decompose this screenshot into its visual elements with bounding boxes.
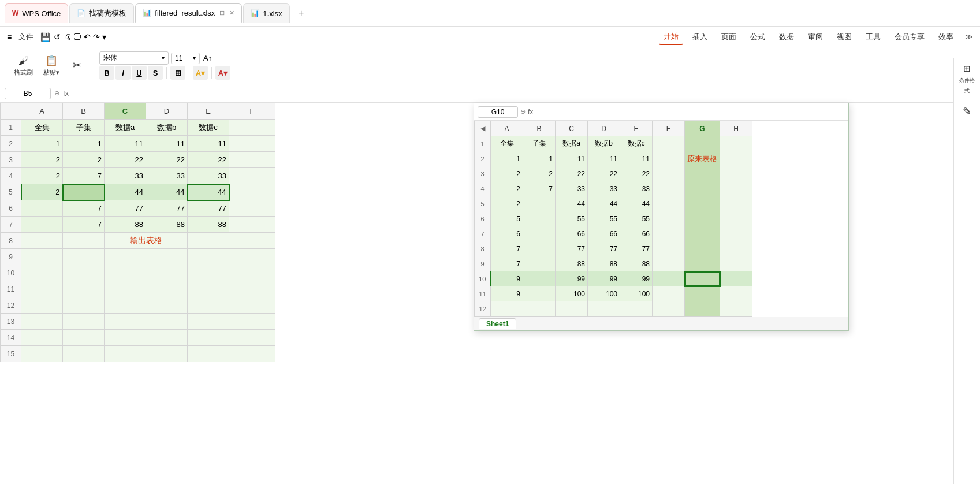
- r-b12[interactable]: [523, 301, 556, 317]
- cell-a7[interactable]: [21, 217, 63, 233]
- r-d12[interactable]: [588, 301, 620, 317]
- menu-vip[interactable]: 会员专享: [890, 29, 929, 44]
- right-col-g[interactable]: G: [685, 121, 720, 136]
- r-h12[interactable]: [720, 301, 752, 317]
- r-h1[interactable]: [720, 136, 752, 151]
- conditional-format-icon[interactable]: ⊞条件格式: [956, 62, 978, 96]
- tab-wps[interactable]: W WPS Office: [5, 3, 68, 23]
- r-g1[interactable]: [685, 136, 720, 151]
- r-c2[interactable]: 11: [556, 151, 588, 166]
- r-f7[interactable]: [653, 226, 685, 241]
- right-col-h[interactable]: H: [720, 121, 752, 136]
- r-b10[interactable]: [523, 271, 556, 286]
- r-d11[interactable]: 100: [588, 286, 620, 301]
- tab-1xlsx[interactable]: 📊 1.xlsx: [243, 3, 289, 23]
- file-menu[interactable]: 文件: [14, 29, 38, 44]
- r-d8[interactable]: 77: [588, 241, 620, 256]
- r-a5[interactable]: 2: [491, 196, 523, 211]
- col-header-a[interactable]: A: [21, 103, 63, 120]
- border-button[interactable]: ⊞: [170, 66, 185, 80]
- r-g8[interactable]: [685, 241, 720, 256]
- right-formula-input[interactable]: [535, 108, 845, 116]
- r-a2[interactable]: 1: [491, 151, 523, 166]
- r-c7[interactable]: 66: [556, 226, 588, 241]
- cell-f5[interactable]: [229, 184, 275, 200]
- r-c1[interactable]: 数据a: [556, 136, 588, 151]
- r-g9[interactable]: [685, 256, 720, 271]
- cell-d7[interactable]: 88: [146, 217, 188, 233]
- r-e12[interactable]: [620, 301, 653, 317]
- r-h7[interactable]: [720, 226, 752, 241]
- cell-c6[interactable]: 77: [105, 200, 146, 217]
- r-e6[interactable]: 55: [620, 211, 653, 226]
- font-color-button[interactable]: A▾: [215, 66, 230, 80]
- r-d4[interactable]: 33: [588, 181, 620, 196]
- r-d2[interactable]: 11: [588, 151, 620, 166]
- r-c4[interactable]: 33: [556, 181, 588, 196]
- cell-c3[interactable]: 22: [105, 152, 146, 168]
- cell-f2[interactable]: [229, 136, 275, 152]
- r-c8[interactable]: 77: [556, 241, 588, 256]
- r-h6[interactable]: [720, 211, 752, 226]
- cell-c7[interactable]: 88: [105, 217, 146, 233]
- undo2-icon[interactable]: ↶: [84, 32, 91, 42]
- r-c3[interactable]: 22: [556, 166, 588, 181]
- menu-page[interactable]: 页面: [717, 29, 741, 44]
- r-e11[interactable]: 100: [620, 286, 653, 301]
- cell-d1[interactable]: 数据b: [146, 120, 188, 136]
- font-family-selector[interactable]: 宋体 ▾: [99, 51, 169, 65]
- r-d1[interactable]: 数据b: [588, 136, 620, 151]
- right-col-d[interactable]: D: [588, 121, 620, 136]
- r-a9[interactable]: 7: [491, 256, 523, 271]
- menu-tools[interactable]: 工具: [861, 29, 885, 44]
- r-g5[interactable]: [685, 196, 720, 211]
- r-a11[interactable]: 9: [491, 286, 523, 301]
- r-f4[interactable]: [653, 181, 685, 196]
- r-a6[interactable]: 5: [491, 211, 523, 226]
- col-header-c[interactable]: C: [105, 103, 146, 120]
- bold-button[interactable]: B: [99, 66, 114, 80]
- right-col-f[interactable]: F: [653, 121, 685, 136]
- r-g12[interactable]: [685, 301, 720, 317]
- cell-a5[interactable]: 2: [21, 184, 63, 200]
- more-icon[interactable]: ▾: [102, 32, 106, 42]
- cell-b1[interactable]: 子集: [63, 120, 105, 136]
- r-a3[interactable]: 2: [491, 166, 523, 181]
- r-f1[interactable]: [653, 136, 685, 151]
- cell-d3[interactable]: 22: [146, 152, 188, 168]
- r-a12[interactable]: [491, 301, 523, 317]
- right-col-c[interactable]: C: [556, 121, 588, 136]
- highlight-button[interactable]: A▾: [193, 66, 208, 80]
- italic-button[interactable]: I: [115, 66, 131, 80]
- r-e4[interactable]: 33: [620, 181, 653, 196]
- cell-b2[interactable]: 1: [63, 136, 105, 152]
- undo-icon[interactable]: ↺: [54, 32, 61, 42]
- cell-e7[interactable]: 88: [188, 217, 229, 233]
- cut-button[interactable]: ✂: [66, 57, 87, 75]
- right-grid-wrapper[interactable]: ◀ A B C D E F G H 1 全集: [474, 121, 848, 317]
- cell-b4[interactable]: 7: [63, 168, 105, 184]
- cell-b7[interactable]: 7: [63, 217, 105, 233]
- r-e7[interactable]: 66: [620, 226, 653, 241]
- r-a10[interactable]: 9: [491, 271, 523, 286]
- r-c9[interactable]: 88: [556, 256, 588, 271]
- r-f9[interactable]: [653, 256, 685, 271]
- r-g6[interactable]: [685, 211, 720, 226]
- r-h3[interactable]: [720, 166, 752, 181]
- cell-f6[interactable]: [229, 200, 275, 217]
- left-formula-input[interactable]: [72, 88, 975, 99]
- tab-pin-icon[interactable]: ⊟: [219, 9, 225, 17]
- hamburger-icon[interactable]: ≡: [7, 32, 12, 42]
- paste-button[interactable]: 📋 粘贴▾: [40, 52, 63, 79]
- r-c11[interactable]: 100: [556, 286, 588, 301]
- cell-e5[interactable]: 44: [188, 184, 229, 200]
- right-sheet-tab-1[interactable]: Sheet1: [479, 318, 516, 329]
- r-h10[interactable]: [720, 271, 752, 286]
- r-g4[interactable]: [685, 181, 720, 196]
- r-e8[interactable]: 77: [620, 241, 653, 256]
- r-d10[interactable]: 99: [588, 271, 620, 286]
- cell-c1[interactable]: 数据a: [105, 120, 146, 136]
- r-b9[interactable]: [523, 256, 556, 271]
- cell-a6[interactable]: [21, 200, 63, 217]
- menu-view[interactable]: 视图: [832, 29, 856, 44]
